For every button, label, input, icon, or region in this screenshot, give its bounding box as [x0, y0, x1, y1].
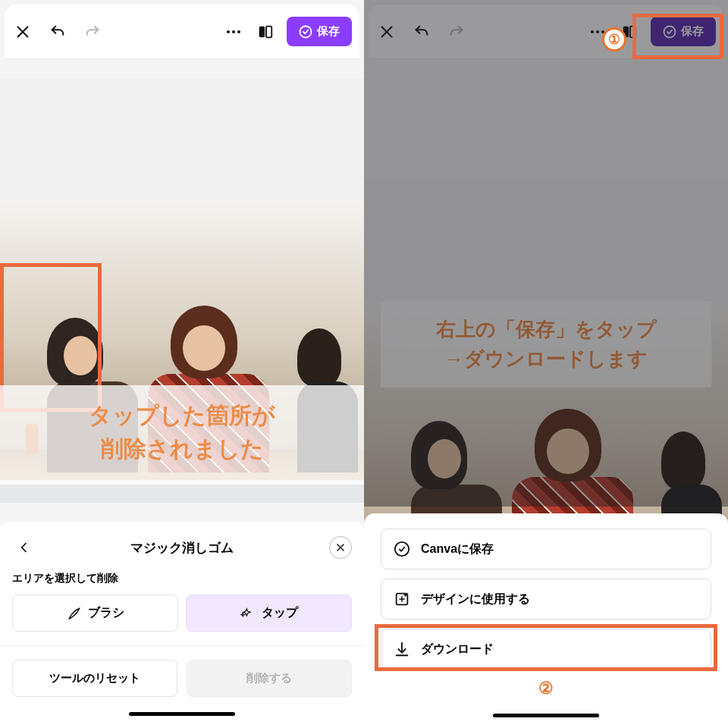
callout-frame-download: [375, 624, 717, 671]
home-indicator: [129, 712, 235, 716]
close-panel-button[interactable]: [329, 536, 352, 559]
save-to-canva-button[interactable]: Canvaに保存: [381, 529, 711, 570]
compare-icon[interactable]: [255, 21, 276, 42]
brush-mode-button[interactable]: ブラシ: [12, 595, 178, 632]
check-circle-icon: [394, 541, 410, 557]
canvas-area[interactable]: タップした箇所が 削除されました: [0, 59, 364, 522]
reset-label: ツールのリセット: [49, 671, 140, 684]
home-indicator: [493, 714, 599, 717]
reset-tool-button[interactable]: ツールのリセット: [12, 660, 177, 697]
chevron-left-icon[interactable]: [14, 537, 35, 558]
sparkle-plus-icon: [394, 591, 410, 607]
magic-eraser-panel: マジック消しゴム エリアを選択して削除 ブラシ タップ ツールのリセット: [0, 522, 364, 728]
sheet-item-label: Canvaに保存: [421, 541, 494, 557]
save-label: 保存: [317, 24, 340, 39]
tap-label: タップ: [262, 605, 298, 621]
caption-line: タップした箇所が: [8, 399, 356, 432]
svg-rect-5: [259, 26, 265, 37]
svg-point-2: [227, 30, 230, 33]
brush-label: ブラシ: [88, 605, 124, 621]
callout-badge-1: ①: [602, 27, 626, 52]
redo-icon[interactable]: [82, 21, 103, 42]
svg-point-4: [237, 30, 240, 33]
callout-badge-2: ②: [381, 679, 711, 698]
save-sheet: Canvaに保存 デザインに使用する ダウンロード ②: [364, 513, 728, 728]
panel-title: マジック消しゴム: [130, 539, 234, 557]
use-in-design-button[interactable]: デザインに使用する: [381, 579, 711, 620]
annotation-caption: タップした箇所が 削除されました: [0, 385, 364, 485]
toolbar: 保存: [5, 5, 359, 59]
callout-frame-save: [632, 14, 723, 59]
caption-line: 削除されました: [8, 432, 356, 466]
svg-point-3: [232, 30, 235, 33]
sheet-item-label: デザインに使用する: [421, 592, 530, 607]
undo-icon[interactable]: [47, 21, 68, 42]
save-button[interactable]: 保存: [287, 17, 352, 46]
close-icon[interactable]: [12, 21, 33, 42]
delete-button: 削除する: [187, 660, 352, 697]
section-label: エリアを選択して削除: [12, 572, 352, 585]
modal-backdrop[interactable]: [364, 0, 728, 507]
delete-label: 削除する: [246, 671, 292, 684]
more-icon[interactable]: [223, 21, 244, 42]
svg-rect-6: [266, 26, 271, 37]
tap-mode-button[interactable]: タップ: [186, 595, 352, 632]
svg-point-18: [395, 542, 409, 556]
